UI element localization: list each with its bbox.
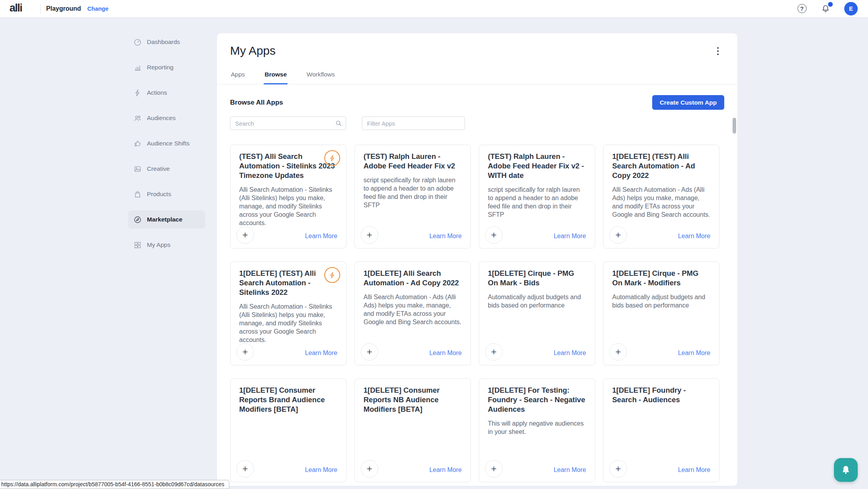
filter-apps-input[interactable] [362,117,465,130]
learn-more-link[interactable]: Learn More [429,233,462,240]
app-card: 1[DELETE] Alli Search Automation - Ad Co… [354,262,471,365]
learn-more-link[interactable]: Learn More [429,350,462,357]
app-card: 1[DELETE] For Testing: Foundry - Search … [479,378,595,482]
app-card-title: (TEST) Ralph Lauren - Adobe Feed Header … [364,152,462,171]
app-card: 1[DELETE] Cirque - PMG On Mark - Bids Au… [479,262,595,365]
lightning-badge-icon [324,150,340,166]
sidebar-item-audience-shifts[interactable]: Audience Shifts [128,134,205,153]
tab-workflows[interactable]: Workflows [306,67,335,84]
app-card-description: Automatically adjust budgets and bids ba… [612,293,710,309]
more-options-button[interactable] [714,46,721,56]
lightning-badge-icon [324,267,340,283]
learn-more-link[interactable]: Learn More [429,466,462,474]
app-card: (TEST) Alli Search Automation - Sitelink… [230,145,346,248]
actions-icon [133,88,142,97]
main-panel: My Apps Apps Browse Workflows Browse All… [217,33,737,486]
my-apps-icon [133,241,142,249]
add-app-button[interactable]: + [609,343,627,361]
chat-bell-icon [840,464,851,476]
question-mark-icon: ? [798,4,807,13]
reporting-icon [133,63,142,72]
alli-logo: alli [10,2,22,14]
app-card-description: script specifically for ralph lauren to … [364,176,462,209]
app-card: 1[DELETE] (TEST) Alli Search Automation … [230,262,346,365]
sidebar-item-reporting[interactable]: Reporting [128,58,205,76]
tab-bar: Apps Browse Workflows [217,67,737,84]
add-app-button[interactable]: + [236,343,254,361]
creative-icon [133,164,142,173]
search-icon [335,120,342,127]
tab-apps[interactable]: Apps [230,67,246,84]
sidebar-item-marketplace[interactable]: Marketplace [128,210,205,229]
sidebar-item-creative[interactable]: Creative [128,160,205,178]
add-app-button[interactable]: + [361,226,378,244]
app-card-description: script specifically for ralph lauren to … [488,185,586,219]
notifications-widget-button[interactable] [834,458,858,482]
app-card-title: 1[DELETE] Alli Search Automation - Ad Co… [364,269,462,288]
add-app-button[interactable]: + [609,460,627,478]
app-card-title: 1[DELETE] Consumer Reports NB Audience M… [364,386,462,414]
learn-more-link[interactable]: Learn More [678,350,710,357]
app-card-title: 1[DELETE] (TEST) Alli Search Automation … [612,152,710,180]
learn-more-link[interactable]: Learn More [305,350,337,357]
add-app-button[interactable]: + [361,460,378,478]
app-card: (TEST) Ralph Lauren - Adobe Feed Header … [354,145,471,248]
app-card-description: Automatically adjust budgets and bids ba… [488,293,586,309]
learn-more-link[interactable]: Learn More [554,466,586,474]
sidebar-item-products[interactable]: Products [128,185,205,203]
app-card: 1[DELETE] Consumer Reports Brand Audienc… [230,378,346,482]
dashboards-icon [133,38,142,46]
search-input[interactable] [230,117,346,130]
sidebar-item-audiences[interactable]: Audiences [128,109,205,127]
learn-more-link[interactable]: Learn More [554,350,586,357]
avatar[interactable]: E [844,2,858,15]
notification-badge [828,2,833,7]
app-card-title: 1[DELETE] Foundry - Search - Audiences [612,386,710,405]
add-app-button[interactable]: + [236,460,254,478]
sidebar-item-actions[interactable]: Actions [128,84,205,102]
app-card-title: 1[DELETE] Cirque - PMG On Mark - Bids [488,269,586,288]
app-card-description: Alli Search Automation - Sitelinks (Alli… [239,185,337,227]
create-custom-app-button[interactable]: Create Custom App [652,95,724,110]
app-card: 1[DELETE] Cirque - PMG On Mark - Modifie… [603,262,720,365]
add-app-button[interactable]: + [485,460,503,478]
project-name-label: Playground [46,5,81,12]
marketplace-icon [133,215,142,224]
audience-shifts-icon [133,139,142,148]
app-card-description: Alli Search Automation - Ads (Alli Ads) … [364,293,462,326]
help-button[interactable]: ? [797,4,807,14]
app-card-title: 1[DELETE] Consumer Reports Brand Audienc… [239,386,337,414]
app-card-title: (TEST) Ralph Lauren - Adobe Feed Header … [488,152,586,180]
app-card-description: Alli Search Automation - Ads (Alli Ads) … [612,185,710,219]
sidebar-item-dashboards[interactable]: Dashboards [128,33,205,51]
learn-more-link[interactable]: Learn More [554,233,586,240]
products-icon [133,190,142,199]
app-card: (TEST) Ralph Lauren - Adobe Feed Header … [479,145,595,248]
page-title: My Apps [230,33,724,57]
add-app-button[interactable]: + [609,226,627,244]
app-card-title: (TEST) Alli Search Automation - Sitelink… [239,152,337,180]
learn-more-link[interactable]: Learn More [678,233,710,240]
topbar-divider [40,4,41,14]
status-url-bar: https://data.alliplatform.com/project/b5… [0,480,229,489]
learn-more-link[interactable]: Learn More [678,466,710,474]
apps-grid: (TEST) Alli Search Automation - Sitelink… [230,145,724,482]
change-project-link[interactable]: Change [88,6,108,12]
app-card: 1[DELETE] (TEST) Alli Search Automation … [603,145,720,248]
learn-more-link[interactable]: Learn More [305,466,337,474]
add-app-button[interactable]: + [236,226,254,244]
add-app-button[interactable]: + [485,226,503,244]
notifications-button[interactable] [820,4,831,14]
add-app-button[interactable]: + [485,343,503,361]
add-app-button[interactable]: + [361,343,378,361]
app-card: 1[DELETE] Consumer Reports NB Audience M… [354,378,471,482]
app-card-title: 1[DELETE] For Testing: Foundry - Search … [488,386,586,414]
learn-more-link[interactable]: Learn More [305,233,337,240]
app-card-title: 1[DELETE] Cirque - PMG On Mark - Modifie… [612,269,710,288]
app-card: 1[DELETE] Foundry - Search - Audiences +… [603,378,720,482]
tab-browse[interactable]: Browse [264,67,287,84]
kebab-icon [717,47,719,49]
sidebar-item-my-apps[interactable]: My Apps [128,236,205,254]
scrollbar-thumb[interactable] [733,118,736,134]
sidebar-nav: Dashboards Reporting Actions Audiences A… [128,33,205,261]
